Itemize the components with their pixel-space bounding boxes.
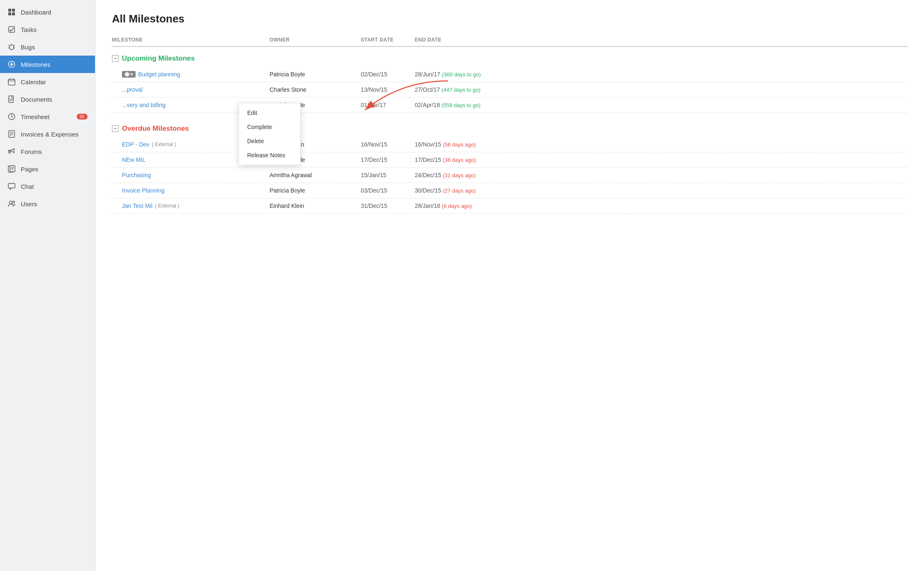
sidebar-item-timesheet[interactable]: Timesheet 95	[0, 108, 95, 125]
end-date-cell: 27/Oct/17 (447 days to go)	[415, 86, 481, 93]
milestone-link[interactable]: Jan Test Mil	[122, 203, 153, 209]
calendar-icon	[7, 78, 16, 86]
external-tag: ( External )	[155, 203, 180, 209]
end-date-cell: 28/Jun/17 (360 days to go)	[415, 71, 481, 78]
sidebar-item-label: Invoices & Expenses	[21, 131, 78, 138]
sidebar-item-label: Milestones	[21, 61, 51, 68]
chat-icon	[7, 182, 16, 190]
start-date-cell: 13/Nov/15	[361, 86, 415, 93]
table-row: ...proval Charles Stone 13/Nov/15 27/Oct…	[112, 82, 907, 98]
status-badge: (559 days to go)	[442, 102, 481, 108]
overdue-section-header: − Overdue Milestones	[112, 119, 907, 137]
context-menu-release-notes[interactable]: Release Notes	[239, 148, 300, 162]
svg-marker-26	[9, 149, 14, 153]
start-date-cell: 15/Jan/15	[361, 172, 415, 178]
end-date-cell: 24/Dec/15 (31 days ago)	[415, 172, 481, 178]
sidebar-item-chat[interactable]: Chat	[0, 178, 95, 195]
svg-marker-36	[130, 73, 133, 76]
milestone-link[interactable]: Purchasing	[122, 172, 151, 178]
timesheet-badge: 95	[77, 114, 88, 120]
main-content: All Milestones MILESTONE OWNER START DAT…	[95, 0, 924, 571]
status-badge: (447 days to go)	[442, 87, 481, 93]
owner-cell: Charles Stone	[270, 86, 361, 93]
sidebar-item-label: Users	[21, 200, 37, 207]
milestone-link[interactable]: Invoice Planning	[122, 187, 165, 194]
milestone-name-cell: Jan Test Mil ( External )	[112, 203, 270, 209]
svg-line-10	[14, 48, 15, 48]
megaphone-icon	[7, 147, 16, 156]
bug-icon	[7, 43, 16, 51]
sidebar-item-invoices[interactable]: Invoices & Expenses	[0, 125, 95, 143]
svg-rect-33	[8, 183, 15, 188]
gear-button[interactable]	[122, 71, 136, 78]
overdue-section-label: Overdue Milestones	[122, 124, 189, 133]
context-menu-complete[interactable]: Complete	[239, 120, 300, 134]
sidebar-item-dashboard[interactable]: Dashboard	[0, 3, 95, 21]
table-header: MILESTONE OWNER START DATE END DATE	[112, 37, 907, 47]
sidebar-item-calendar[interactable]: Calendar	[0, 73, 95, 90]
start-date-cell: 02/Dec/15	[361, 71, 415, 78]
table-row: Purchasing Amritha Agrawal 15/Jan/15 24/…	[112, 168, 907, 183]
plus-circle-icon	[7, 60, 16, 68]
status-badge: (27 days ago)	[443, 188, 476, 194]
status-badge: (58 days ago)	[443, 142, 476, 148]
sidebar-item-label: Forums	[21, 148, 42, 155]
table-row: NEw MIL Patricia Boyle 17/Dec/15 17/Dec/…	[112, 152, 907, 168]
sidebar-item-users[interactable]: Users	[0, 195, 95, 212]
table-row: ...very and billing Patricia Boyle 01/Ap…	[112, 98, 907, 113]
milestone-link[interactable]: ...proval	[122, 86, 143, 93]
milestone-link[interactable]: NEw MIL	[122, 156, 146, 163]
external-tag: ( External )	[152, 142, 176, 147]
sidebar-item-label: Tasks	[21, 26, 36, 33]
owner-cell: Patricia Boyle	[270, 187, 361, 194]
sidebar-item-label: Dashboard	[21, 9, 51, 16]
milestone-link[interactable]: EDP - Dev	[122, 141, 149, 148]
context-menu-edit[interactable]: Edit	[239, 106, 300, 120]
start-date-cell: 17/Dec/15	[361, 156, 415, 163]
col-start-date: START DATE	[361, 37, 415, 43]
sidebar-item-milestones[interactable]: Milestones	[0, 56, 95, 73]
sidebar-item-label: Documents	[21, 96, 52, 103]
status-badge: (6 days ago)	[442, 203, 472, 209]
pages-icon	[7, 165, 16, 173]
context-menu-delete[interactable]: Delete	[239, 134, 300, 148]
owner-cell: Amritha Agrawal	[270, 172, 361, 178]
svg-line-8	[14, 45, 15, 46]
milestone-link[interactable]: Budget planning	[138, 71, 180, 78]
milestone-name-cell: Budget planning	[112, 71, 270, 78]
start-date-cell: 31/Dec/15	[361, 203, 415, 209]
status-badge: (31 days ago)	[443, 172, 476, 178]
end-date-cell: 17/Dec/15 (36 days ago)	[415, 156, 481, 163]
end-date-cell: 16/Nov/15 (58 days ago)	[415, 141, 481, 148]
sidebar-item-forums[interactable]: Forums	[0, 143, 95, 160]
milestone-link[interactable]: ...very and billing	[122, 102, 165, 108]
sidebar-item-tasks[interactable]: Tasks	[0, 21, 95, 38]
svg-line-7	[8, 45, 10, 46]
table-row: Invoice Planning Patricia Boyle 03/Dec/1…	[112, 183, 907, 198]
start-date-cell: 16/Nov/15	[361, 141, 415, 148]
sidebar-item-documents[interactable]: Documents	[0, 90, 95, 108]
milestone-name-cell: Purchasing	[112, 172, 270, 178]
svg-rect-3	[12, 12, 15, 15]
sidebar-item-bugs[interactable]: Bugs	[0, 38, 95, 56]
upcoming-section-label: Upcoming Milestones	[122, 54, 195, 63]
upcoming-collapse-btn[interactable]: −	[112, 55, 119, 62]
sidebar-item-label: Calendar	[21, 78, 46, 85]
owner-cell: Patricia Boyle	[270, 71, 361, 78]
overdue-collapse-btn[interactable]: −	[112, 125, 119, 132]
table-row: Budget planning Patricia Boyle 02/Dec/15…	[112, 67, 907, 82]
invoice-icon	[7, 130, 16, 138]
page-title: All Milestones	[112, 12, 907, 25]
sidebar-item-label: Bugs	[21, 44, 35, 51]
svg-point-35	[13, 201, 15, 203]
sidebar-item-label: Chat	[21, 183, 34, 190]
milestone-name-cell: ...proval	[112, 86, 270, 93]
svg-point-34	[10, 201, 12, 204]
sidebar-item-pages[interactable]: Pages	[0, 160, 95, 178]
check-icon	[7, 25, 16, 34]
status-badge: (360 days to go)	[442, 71, 481, 78]
context-menu: Edit Complete Delete Release Notes	[238, 103, 301, 165]
svg-rect-0	[8, 9, 11, 12]
upcoming-section-header: − Upcoming Milestones	[112, 49, 907, 67]
status-badge: (36 days ago)	[443, 157, 476, 163]
